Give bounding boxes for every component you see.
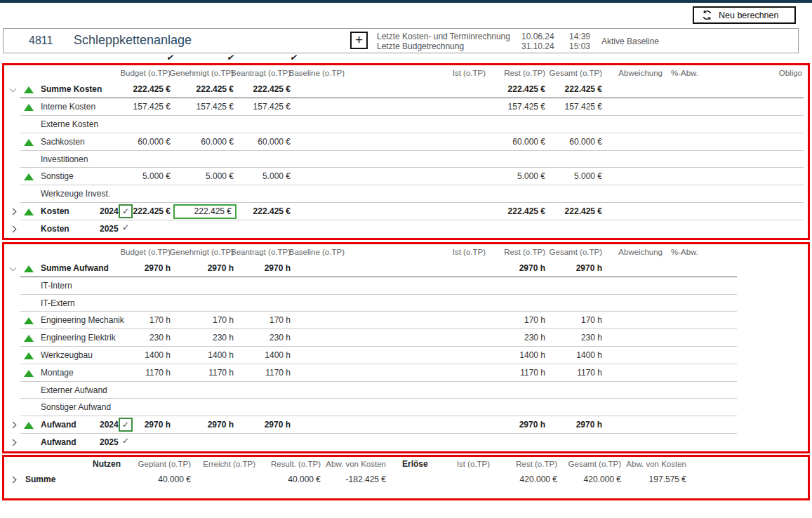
aufwand-table-row[interactable]: Summe Aufwand 2970 h 2970 h 2970 h 2970 … — [4, 260, 808, 277]
project-id: 4811 — [29, 34, 53, 47]
expander-icon[interactable] — [10, 265, 17, 272]
row-year: 2025 — [100, 434, 119, 451]
cell-budget: 1170 h — [145, 364, 171, 382]
cell-gesamt: 170 h — [581, 312, 602, 329]
kosten-table-row[interactable]: Externe Kosten — [4, 116, 808, 133]
refresh-icon — [701, 9, 713, 21]
add-icon[interactable]: + — [350, 32, 368, 49]
aufwand-table-row[interactable]: Engineering Mechanik 170 h 170 h 170 h 1… — [4, 312, 808, 329]
col-gesamt: Gesamt (o.TP) — [550, 244, 602, 260]
cell-genehmigt: 5.000 € — [206, 168, 234, 185]
col-geplant: Geplant (o.TP) — [138, 457, 191, 471]
aufwand-table-row[interactable]: Engineering Elektrik 230 h 230 h 230 h 2… — [4, 329, 808, 347]
aufwand-table-row[interactable]: IT-Intern — [4, 277, 808, 295]
row-label: Sonstiger Aufwand — [41, 399, 111, 416]
aufwand-table-row[interactable]: Externer Aufwand — [4, 382, 808, 399]
nutzen-summe-row[interactable]: Summe 40.000 € 40.000 € -182.425 € 420.0… — [4, 471, 808, 488]
cell-beantragt: 1170 h — [265, 364, 291, 382]
last-budget-calculation-date: 31.10.24 — [521, 41, 554, 51]
cell-gesamt: 2970 h — [576, 260, 602, 277]
col-abweichung: Abweichung — [618, 244, 663, 260]
expander-icon[interactable] — [10, 439, 17, 446]
column-marker-icon[interactable]: ✔ — [280, 53, 299, 62]
cell-budget: 222.425 € — [133, 203, 171, 220]
expander-icon[interactable] — [10, 86, 17, 93]
cell-beantragt: 2970 h — [265, 416, 291, 434]
kosten-table-row[interactable]: Kosten 2024 ✓ 222.425 € 222.425 € 222.42… — [4, 203, 808, 220]
aufwand-table-row[interactable]: Werkzeugbau 1400 h 1400 h 1400 h 1400 h … — [4, 347, 808, 364]
cell-beantragt: 222.425 € — [253, 203, 291, 220]
expander-icon[interactable] — [10, 208, 17, 215]
cell-genehmigt: 170 h — [213, 312, 234, 329]
row-label: Kosten — [41, 220, 69, 238]
cell-genehmigt: 60.000 € — [201, 133, 234, 151]
row-label: Aufwand — [41, 434, 76, 451]
cell-beantragt: 222.425 € — [253, 81, 291, 98]
col-prozent-abw: %-Abw. — [671, 65, 698, 81]
cell-gesamt: 1170 h — [577, 364, 602, 382]
kosten-table-row[interactable]: Werkzeuge Invest. — [4, 185, 808, 203]
recalculate-label: Neu berechnen — [719, 11, 778, 20]
genehmigt-edit-cell[interactable]: 222.425 € — [173, 204, 237, 219]
expander-icon[interactable] — [10, 422, 17, 429]
recalculate-button[interactable]: Neu berechnen — [693, 6, 796, 24]
last-cost-calculation: Letzte Kosten- und Terminrechnung 10.06.… — [377, 32, 510, 41]
col-rest: Rest (o.TP) — [516, 457, 557, 471]
cell-gesamt: 5.000 € — [574, 168, 602, 185]
kosten-table-row[interactable]: Interne Kosten 157.425 € 157.425 € 157.4… — [4, 98, 808, 116]
kosten-table-row[interactable]: Sachkosten 60.000 € 60.000 € 60.000 € 60… — [4, 133, 808, 151]
aufwand-table-row[interactable]: Montage 1170 h 1170 h 1170 h 1170 h 1170… — [4, 364, 808, 382]
green-triangle-icon — [24, 86, 34, 93]
column-marker-icon[interactable]: ✔ — [157, 53, 175, 62]
aufwand-table-row[interactable]: IT-Extern — [4, 295, 808, 312]
cell-gesamt: 222.425 € — [565, 81, 602, 98]
cell-beantragt: 1400 h — [265, 347, 291, 364]
expander-icon[interactable] — [10, 226, 17, 233]
col-budget: Budget (o.TP) — [120, 244, 171, 260]
cell-rest: 1400 h — [519, 347, 545, 364]
aufwand-table-row[interactable]: Sonstiger Aufwand — [4, 399, 808, 416]
col-abweichung: Abweichung — [618, 65, 663, 81]
cell-budget: 5.000 € — [142, 168, 171, 185]
cell-gesamt: 230 h — [581, 329, 602, 347]
cell-beantragt: 230 h — [269, 329, 291, 347]
green-triangle-icon — [24, 139, 34, 146]
col-genehmigt: Genehmigt (o.TP) — [170, 244, 234, 260]
cell-abw-von-kosten-2: 197.575 € — [649, 471, 686, 488]
aufwand-table-row[interactable]: Aufwand 2025 ✓ — [4, 434, 808, 451]
cell-budget: 1400 h — [145, 347, 171, 364]
kosten-table-row[interactable]: Kosten 2025 ✓ — [4, 220, 808, 238]
cell-rest: 230 h — [524, 329, 545, 347]
cell-budget: 60.000 € — [138, 133, 171, 151]
cell-genehmigt: 1170 h — [208, 364, 234, 382]
kosten-table-row[interactable]: Sonstige 5.000 € 5.000 € 5.000 € 5.000 €… — [4, 168, 808, 185]
cell-gesamt: 157.425 € — [565, 98, 602, 116]
year-checkbox[interactable]: ✓ — [119, 222, 133, 236]
cell-rest: 222.425 € — [508, 81, 545, 98]
col-nutzen: Nutzen — [93, 457, 121, 471]
cell-gesamt: 1400 h — [576, 347, 602, 364]
kosten-table-row[interactable]: Summe Kosten 222.425 € 222.425 € 222.425… — [4, 81, 808, 98]
cell-geplant: 40.000 € — [158, 471, 191, 488]
cell-beantragt: 170 h — [269, 312, 291, 329]
col-budget: Budget (o.TP) — [120, 65, 171, 81]
row-label: Sonstige — [41, 168, 74, 185]
year-checkbox[interactable]: ✓ — [119, 418, 133, 432]
year-checkbox[interactable]: ✓ — [119, 435, 133, 449]
row-label: Engineering Elektrik — [41, 329, 116, 347]
expander-icon[interactable] — [10, 477, 17, 484]
column-marker-icon[interactable]: ✔ — [217, 53, 236, 62]
cell-beantragt: 60.000 € — [258, 133, 291, 151]
cell-budget: 2970 h — [145, 416, 171, 434]
cell-budget: 222.425 € — [133, 81, 171, 98]
col-gesamt: Gesamt (o.TP) — [568, 457, 621, 471]
cell-genehmigt: 2970 h — [208, 260, 234, 277]
col-obligo: Obligo — [779, 65, 802, 81]
col-erreicht: Erreicht (o.TP) — [203, 457, 255, 471]
cell-genehmigt: 230 h — [213, 329, 234, 347]
year-checkbox[interactable]: ✓ — [119, 204, 133, 218]
row-year: 2024 — [100, 203, 119, 220]
aufwand-table-row[interactable]: Aufwand 2024 ✓ 2970 h 2970 h 2970 h 2970… — [4, 416, 808, 434]
cell-beantragt: 157.425 € — [253, 98, 291, 116]
kosten-table-row[interactable]: Investitionen — [4, 151, 808, 168]
